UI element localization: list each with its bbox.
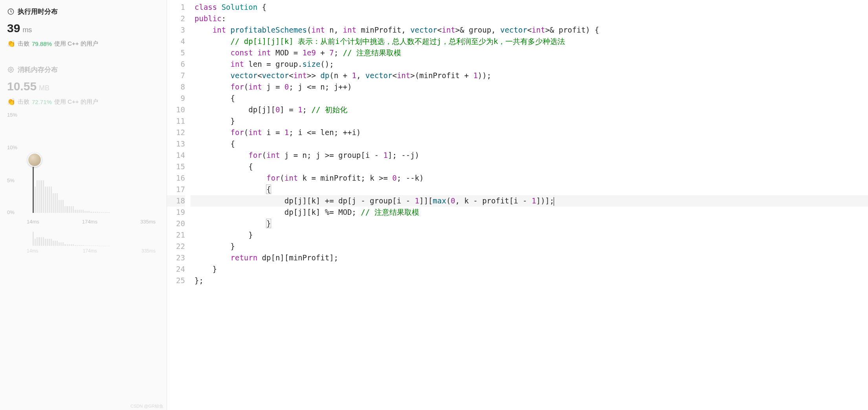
y-tick: 0% xyxy=(7,209,15,215)
code-line[interactable]: }; xyxy=(191,275,868,286)
line-number: 19 xyxy=(167,207,185,218)
histogram-bar[interactable] xyxy=(86,211,88,213)
overview-bar xyxy=(73,244,74,246)
histogram-bar[interactable] xyxy=(77,210,78,213)
memory-title: 消耗内存分布 xyxy=(18,65,58,74)
code-line[interactable]: } xyxy=(191,241,868,252)
code-line[interactable]: } xyxy=(191,264,868,275)
histogram-bar[interactable] xyxy=(83,210,84,213)
memory-value: 10.55 xyxy=(7,80,37,93)
histogram-bar[interactable] xyxy=(101,212,102,213)
histogram-bar[interactable] xyxy=(97,212,98,213)
overview-bar xyxy=(39,237,40,246)
code-body[interactable]: class Solution {public: int profitableSc… xyxy=(191,0,868,410)
histogram-bar[interactable] xyxy=(81,210,82,213)
line-number: 16 xyxy=(167,172,185,184)
line-number: 20 xyxy=(167,218,185,229)
histogram-bar[interactable] xyxy=(37,180,38,213)
histogram-bar[interactable] xyxy=(75,210,76,213)
code-line[interactable]: } xyxy=(191,218,868,229)
histogram-bar[interactable] xyxy=(55,193,56,213)
memory-value-row: 10.55 MB xyxy=(7,80,160,93)
histogram-bar[interactable] xyxy=(99,212,100,213)
histogram-bar[interactable] xyxy=(40,180,42,213)
histogram-bar[interactable] xyxy=(69,206,70,213)
overview-bar xyxy=(67,244,68,246)
code-line[interactable]: { xyxy=(191,161,868,172)
code-line[interactable]: } xyxy=(191,229,868,241)
overview-bar xyxy=(81,245,82,246)
histogram-bar[interactable] xyxy=(66,206,68,213)
code-line[interactable]: const int MOD = 1e9 + 7; // 注意结果取模 xyxy=(191,47,868,59)
memory-unit: MB xyxy=(39,84,50,92)
code-line[interactable]: dp[j][0] = 1; // 初始化 xyxy=(191,104,868,115)
histogram-bar[interactable] xyxy=(62,200,64,213)
code-line[interactable]: public: xyxy=(191,13,868,24)
histogram-bar[interactable] xyxy=(84,211,86,213)
code-line[interactable]: return dp[n][minProfit]; xyxy=(191,252,868,264)
histogram-bar[interactable] xyxy=(105,212,106,213)
code-line[interactable]: } xyxy=(191,115,868,127)
overview-bar xyxy=(49,239,50,246)
runtime-overview-chart[interactable]: 14ms 174ms 335ms xyxy=(7,232,160,255)
histogram-bar[interactable] xyxy=(90,212,92,213)
line-number: 12 xyxy=(167,127,185,138)
code-line[interactable]: for(int j = n; j >= group[i - 1]; --j) xyxy=(191,150,868,161)
code-line[interactable]: { xyxy=(191,93,868,104)
code-line[interactable]: vector<vector<int>> dp(n + 1, vector<int… xyxy=(191,70,868,81)
runtime-distribution-chart[interactable]: 14ms 174ms 335ms 15%10%5%0% xyxy=(7,115,160,225)
line-number: 7 xyxy=(167,70,185,81)
histogram-bar[interactable] xyxy=(79,210,80,213)
code-line[interactable]: for(int k = minProfit; k >= 0; --k) xyxy=(191,172,868,184)
histogram-bar[interactable] xyxy=(39,180,40,213)
histogram-bar[interactable] xyxy=(108,212,110,213)
overview-bar xyxy=(62,242,64,246)
line-number: 14 xyxy=(167,150,185,161)
histogram-bar[interactable] xyxy=(45,187,46,213)
y-tick: 5% xyxy=(7,177,15,183)
histogram-bar[interactable] xyxy=(64,206,66,213)
code-line[interactable]: int profitableSchemes(int n, int minProf… xyxy=(191,24,868,36)
code-line[interactable]: { xyxy=(191,184,868,195)
histogram-bar[interactable] xyxy=(53,193,54,213)
runtime-value: 39 xyxy=(7,22,20,35)
code-line[interactable]: { xyxy=(191,138,868,150)
line-number: 5 xyxy=(167,47,185,59)
code-line[interactable]: dp[j][k] %= MOD; // 注意结果取模 xyxy=(191,207,868,218)
histogram-bar[interactable] xyxy=(61,200,62,213)
code-line[interactable]: for(int j = 0; j <= n; j++) xyxy=(191,81,868,93)
histogram-bar[interactable] xyxy=(33,161,34,213)
histogram-bar[interactable] xyxy=(93,212,94,213)
line-number: 18 xyxy=(167,195,185,207)
histogram-bar[interactable] xyxy=(51,187,52,213)
histogram-bar[interactable] xyxy=(71,206,72,213)
overview-bar xyxy=(83,245,84,246)
line-number: 1 xyxy=(167,2,185,13)
overview-bar xyxy=(88,245,90,246)
histogram-bar[interactable] xyxy=(43,180,44,213)
clock-icon xyxy=(7,8,15,15)
memory-beat-label: 击败 xyxy=(18,98,29,106)
code-editor[interactable]: 1234567891011121314151617181920212223242… xyxy=(167,0,868,410)
line-number: 10 xyxy=(167,104,185,115)
overview-bar xyxy=(75,245,76,246)
code-line[interactable]: int len = group.size(); xyxy=(191,59,868,70)
line-number: 24 xyxy=(167,264,185,275)
histogram-bar[interactable] xyxy=(88,211,90,213)
histogram-bar[interactable] xyxy=(106,212,108,213)
user-marker[interactable] xyxy=(28,153,42,167)
overview-bar xyxy=(55,241,56,246)
histogram-bar[interactable] xyxy=(73,206,74,213)
code-line[interactable]: class Solution { xyxy=(191,2,868,13)
histogram-bar[interactable] xyxy=(49,187,50,213)
code-line[interactable]: for(int i = 1; i <= len; ++i) xyxy=(191,127,868,138)
histogram-bar[interactable] xyxy=(57,193,58,213)
code-line[interactable]: // dp[i][j][k] 表示：从前i个计划中挑选，总人数不超过j，总利润至… xyxy=(191,36,868,47)
histogram-bar[interactable] xyxy=(35,187,36,213)
histogram-bar[interactable] xyxy=(95,212,96,213)
line-number: 11 xyxy=(167,115,185,127)
code-line[interactable]: dp[j][k] += dp[j - group[i - 1]][max(0, … xyxy=(191,195,868,207)
histogram-bar[interactable] xyxy=(59,200,60,213)
histogram-bar[interactable] xyxy=(103,212,104,213)
histogram-bar[interactable] xyxy=(47,187,48,213)
